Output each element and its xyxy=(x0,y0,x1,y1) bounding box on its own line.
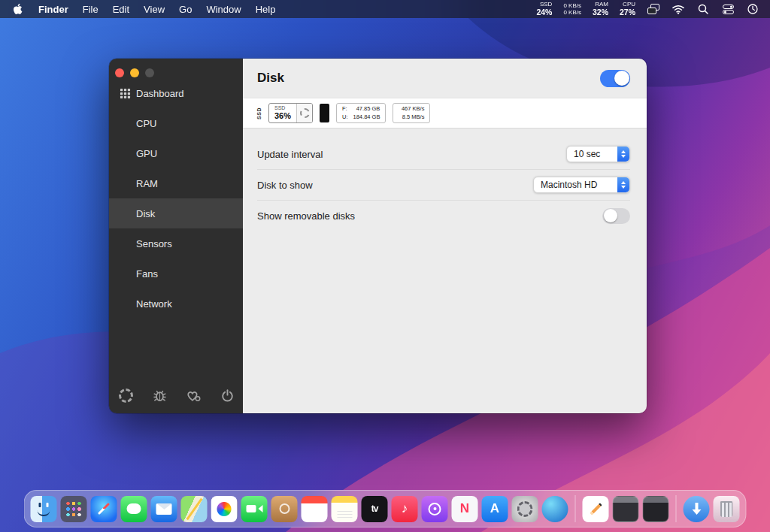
calendar-icon[interactable] xyxy=(302,496,328,522)
minimize-button[interactable] xyxy=(130,68,139,77)
sidebar: Dashboard CPU GPU RAM Disk Sensors Fans … xyxy=(109,59,243,413)
safari-icon[interactable] xyxy=(91,496,117,522)
sidebar-item-label: RAM xyxy=(136,178,158,189)
menubar-cpu-stat[interactable]: CPU 27% xyxy=(620,2,635,17)
pages-icon[interactable] xyxy=(583,496,609,522)
mission-control-icon[interactable] xyxy=(647,2,660,16)
close-button[interactable] xyxy=(115,68,124,77)
menu-bar: Finder File Edit View Go Window Help SSD… xyxy=(0,0,770,18)
content-filler xyxy=(243,231,647,413)
mail-icon[interactable] xyxy=(151,496,177,522)
show-removable-row: Show removable disks xyxy=(257,200,630,231)
select-stepper-icon xyxy=(617,147,629,162)
sidebar-item-gpu[interactable]: GPU xyxy=(109,138,243,168)
trash-icon[interactable] xyxy=(714,496,740,522)
usage-used-value: 184.84 GB xyxy=(353,113,380,122)
sidebar-item-label: Sensors xyxy=(136,238,172,249)
menubar-network-stat[interactable]: 0 KB/s 0 KB/s xyxy=(563,3,581,16)
desktop: Finder File Edit View Go Window Help SSD… xyxy=(0,0,770,532)
usage-free-label: F: xyxy=(342,105,347,113)
settings-gear-icon[interactable] xyxy=(117,386,135,404)
sidebar-item-ram[interactable]: RAM xyxy=(109,168,243,198)
facetime-icon[interactable] xyxy=(241,496,268,522)
sidebar-item-network[interactable]: Network xyxy=(109,289,243,319)
downloads-icon[interactable] xyxy=(684,496,710,522)
contacts-icon[interactable] xyxy=(271,496,298,522)
widget-mini-label[interactable]: SSD xyxy=(256,107,262,119)
sidebar-item-sensors[interactable]: Sensors xyxy=(109,228,243,258)
sidebar-item-fans[interactable]: Fans xyxy=(109,258,243,289)
disk-to-show-label: Disk to show xyxy=(257,180,313,191)
news-icon[interactable] xyxy=(452,496,478,522)
sidebar-item-label: GPU xyxy=(136,148,157,159)
menu-file[interactable]: File xyxy=(83,4,99,15)
photos-icon[interactable] xyxy=(211,496,238,522)
menu-window[interactable]: Window xyxy=(206,4,241,15)
disk-to-show-select[interactable]: Macintosh HD xyxy=(533,177,630,193)
maps-icon[interactable] xyxy=(181,496,208,522)
update-interval-row: Update interval 10 sec xyxy=(257,139,630,169)
widget-disk-usage[interactable]: F:47.85 GB U:184.84 GB xyxy=(336,103,386,123)
menu-view[interactable]: View xyxy=(144,4,165,15)
show-removable-label: Show removable disks xyxy=(257,210,355,222)
messages-icon[interactable] xyxy=(121,496,147,522)
search-icon[interactable] xyxy=(696,2,710,16)
widget-settings-button[interactable] xyxy=(296,104,312,122)
music-icon[interactable] xyxy=(392,496,418,522)
page-title: Disk xyxy=(257,71,284,86)
dashboard-grid-icon xyxy=(120,88,136,99)
menu-edit[interactable]: Edit xyxy=(113,4,129,15)
stats-icon[interactable] xyxy=(542,496,568,522)
zoom-button[interactable] xyxy=(145,68,154,77)
update-interval-select[interactable]: 10 sec xyxy=(566,146,630,162)
tv-icon[interactable] xyxy=(362,496,388,522)
sidebar-item-label: CPU xyxy=(136,118,156,129)
notes-icon[interactable] xyxy=(332,496,358,522)
launchpad-icon[interactable] xyxy=(61,496,87,522)
disk-to-show-row: Disk to show Macintosh HD xyxy=(257,169,630,200)
menubar-app-name[interactable]: Finder xyxy=(38,4,68,15)
disk-to-show-value: Macintosh HD xyxy=(541,180,617,190)
stats-settings-window: Dashboard CPU GPU RAM Disk Sensors Fans … xyxy=(109,59,647,413)
apple-logo-icon xyxy=(13,3,23,15)
sidebar-item-cpu[interactable]: CPU xyxy=(109,108,243,138)
app-store-icon[interactable] xyxy=(482,496,508,522)
content-header: Disk xyxy=(243,59,647,98)
module-enable-toggle[interactable] xyxy=(600,70,630,87)
bug-icon[interactable] xyxy=(150,386,168,404)
sidebar-footer xyxy=(117,386,236,404)
wifi-icon[interactable] xyxy=(671,2,685,16)
widget-strip: SSD SSD 36% F:47.85 GB U:184.84 GB 467 K… xyxy=(243,98,647,128)
finder-icon[interactable] xyxy=(31,496,57,522)
clock-icon[interactable] xyxy=(746,2,759,16)
update-interval-label: Update interval xyxy=(257,149,323,160)
widget-percent-value: 36% xyxy=(274,111,291,120)
sidebar-item-label: Disk xyxy=(136,208,155,219)
window-1-icon[interactable] xyxy=(613,496,639,522)
sidebar-item-dashboard[interactable]: Dashboard xyxy=(109,78,243,108)
podcasts-icon[interactable] xyxy=(422,496,448,522)
window-2-icon[interactable] xyxy=(643,496,669,522)
menu-help[interactable]: Help xyxy=(256,4,276,15)
dock-separator xyxy=(676,495,677,522)
update-interval-value: 10 sec xyxy=(574,149,617,159)
toggle-knob xyxy=(604,209,617,222)
power-icon[interactable] xyxy=(218,386,236,404)
menu-go[interactable]: Go xyxy=(179,4,192,15)
system-preferences-icon[interactable] xyxy=(512,496,538,522)
control-center-icon[interactable] xyxy=(721,2,735,16)
menubar-ram-stat[interactable]: RAM 32% xyxy=(593,2,608,17)
dock xyxy=(24,490,747,527)
show-removable-toggle[interactable] xyxy=(602,208,630,224)
support-heart-icon[interactable] xyxy=(184,386,202,404)
sidebar-item-disk[interactable]: Disk xyxy=(109,198,243,228)
menubar-ssd-stat[interactable]: SSD 24% xyxy=(536,2,552,17)
sidebar-item-label: Fans xyxy=(136,268,158,280)
speed-write-value: 8.5 MB/s xyxy=(402,113,425,122)
widget-percent[interactable]: SSD 36% xyxy=(268,103,313,123)
speed-read-value: 467 KB/s xyxy=(402,105,424,113)
dock-separator xyxy=(575,495,576,522)
widget-bar-chart[interactable] xyxy=(320,104,329,122)
apple-menu[interactable] xyxy=(11,2,24,16)
widget-speed[interactable]: 467 KB/s 8.5 MB/s xyxy=(393,103,430,123)
